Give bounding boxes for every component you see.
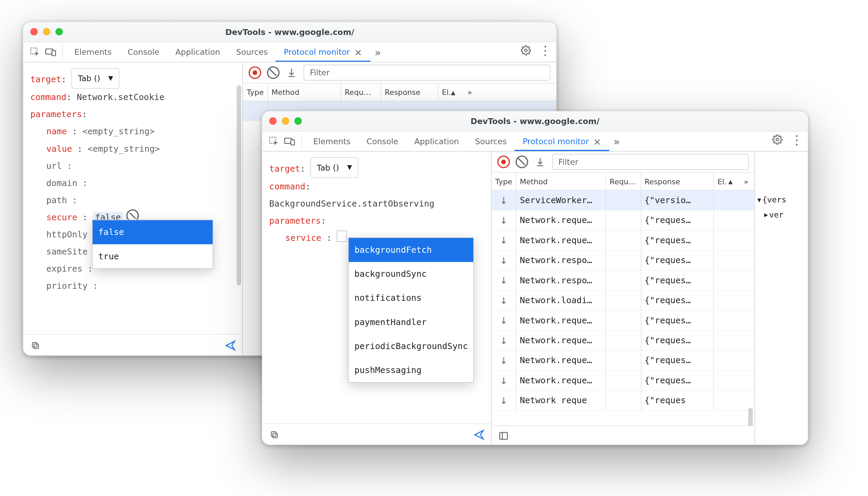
table-header[interactable]: Type Method Requ… Response El.▲ » bbox=[492, 173, 754, 190]
col-request[interactable]: Requ… bbox=[341, 84, 381, 101]
tab-application[interactable]: Application bbox=[167, 42, 228, 62]
tab-elements[interactable]: Elements bbox=[305, 132, 359, 151]
col-response[interactable]: Response bbox=[381, 84, 438, 101]
col-request[interactable]: Requ… bbox=[606, 173, 641, 190]
protocol-toolbar: Filter bbox=[492, 152, 754, 173]
log-rows[interactable]: ↓ServiceWorker…{"versio…↓Network.reque…{… bbox=[492, 190, 754, 425]
svg-point-9 bbox=[776, 138, 779, 141]
copy-icon[interactable] bbox=[29, 339, 42, 352]
command-editor[interactable]: target: Tab ()▼ command: Network.setCook… bbox=[23, 62, 242, 334]
tabs-overflow-icon[interactable]: » bbox=[609, 135, 624, 147]
autocomplete-item[interactable]: periodicBackgroundSync bbox=[349, 334, 473, 358]
minimize-icon[interactable] bbox=[43, 28, 50, 36]
copy-icon[interactable] bbox=[268, 429, 281, 441]
record-icon[interactable] bbox=[497, 156, 510, 168]
download-icon[interactable] bbox=[534, 156, 547, 168]
table-row[interactable]: ↓Network.reque…{"reques… bbox=[492, 351, 754, 371]
autocomplete-item[interactable]: backgroundFetch bbox=[349, 238, 473, 262]
tab-protocol-monitor[interactable]: Protocol monitor × bbox=[276, 42, 370, 62]
inspect-element-icon[interactable] bbox=[27, 44, 43, 60]
autocomplete-item[interactable]: pushMessaging bbox=[349, 358, 473, 382]
device-toolbar-icon[interactable] bbox=[43, 44, 59, 60]
command-editor[interactable]: target: Tab ()▼ command: BackgroundServi… bbox=[263, 152, 491, 423]
close-tab-icon[interactable]: × bbox=[355, 47, 362, 58]
cell-method: Network.respo… bbox=[516, 271, 606, 290]
gear-icon[interactable] bbox=[520, 44, 532, 57]
svg-rect-8 bbox=[291, 140, 295, 145]
table-row[interactable]: ↓Network.reque…{"reques… bbox=[492, 231, 754, 250]
autocomplete-popup[interactable]: false true bbox=[92, 220, 213, 269]
column-overflow-icon[interactable]: » bbox=[738, 173, 754, 190]
traffic-lights[interactable] bbox=[269, 117, 302, 125]
target-select[interactable]: Tab ()▼ bbox=[310, 157, 358, 178]
tab-console[interactable]: Console bbox=[119, 42, 167, 62]
maximize-icon[interactable] bbox=[294, 117, 302, 125]
send-command-button[interactable] bbox=[224, 339, 237, 352]
response-json-panel[interactable]: ▼{vers ▶ver bbox=[754, 152, 807, 445]
filter-input[interactable]: Filter bbox=[552, 154, 749, 170]
table-row[interactable]: ↓Network.loadi…{"reques… bbox=[492, 290, 754, 310]
col-elapsed[interactable]: El.▲ bbox=[714, 173, 738, 190]
col-type[interactable]: Type bbox=[243, 84, 268, 101]
clear-log-icon[interactable] bbox=[267, 66, 280, 79]
gear-icon[interactable] bbox=[771, 133, 784, 146]
clear-log-icon[interactable] bbox=[515, 156, 528, 168]
autocomplete-item[interactable]: backgroundSync bbox=[349, 262, 473, 286]
traffic-lights[interactable] bbox=[30, 28, 63, 36]
device-toolbar-icon[interactable] bbox=[282, 133, 298, 149]
col-type[interactable]: Type bbox=[492, 173, 516, 190]
inspect-element-icon[interactable] bbox=[266, 133, 282, 149]
autocomplete-item[interactable]: notifications bbox=[349, 286, 473, 310]
tab-console[interactable]: Console bbox=[359, 132, 407, 151]
autocomplete-item[interactable]: false bbox=[93, 220, 213, 244]
close-icon[interactable] bbox=[30, 28, 38, 36]
table-row[interactable]: ↓Network.reque…{"reques… bbox=[492, 331, 754, 350]
cell-method: Network.loadi… bbox=[516, 290, 606, 310]
tab-elements[interactable]: Elements bbox=[66, 42, 120, 62]
tabs-bar: Elements Console Application Sources Pro… bbox=[263, 132, 808, 151]
vertical-scrollbar[interactable] bbox=[748, 408, 753, 426]
minimize-icon[interactable] bbox=[282, 117, 289, 125]
table-row[interactable]: ↓Network.reque…{"reques… bbox=[492, 311, 754, 331]
incoming-icon: ↓ bbox=[500, 315, 507, 326]
col-elapsed[interactable]: El.▲ bbox=[438, 84, 461, 101]
column-overflow-icon[interactable]: » bbox=[461, 84, 478, 101]
tabs-overflow-icon[interactable]: » bbox=[370, 46, 385, 58]
autocomplete-item[interactable]: paymentHandler bbox=[349, 310, 473, 334]
more-vert-icon[interactable]: ⋮ bbox=[539, 44, 552, 57]
tab-application[interactable]: Application bbox=[406, 132, 467, 151]
col-response[interactable]: Response bbox=[641, 173, 714, 190]
close-icon[interactable] bbox=[269, 117, 277, 125]
table-row[interactable]: ↓Network.reque…{"reques… bbox=[492, 371, 754, 390]
send-command-button[interactable] bbox=[473, 429, 485, 441]
table-row[interactable]: ↓Network.respo…{"reques… bbox=[492, 271, 754, 290]
table-row[interactable]: ↓ServiceWorker…{"versio… bbox=[492, 190, 754, 210]
autocomplete-item[interactable]: true bbox=[93, 244, 213, 268]
col-method[interactable]: Method bbox=[268, 84, 341, 101]
svg-rect-4 bbox=[34, 344, 38, 348]
toggle-drawer-icon[interactable] bbox=[497, 430, 510, 442]
window-title: DevTools - www.google.com/ bbox=[225, 27, 354, 37]
autocomplete-popup[interactable]: backgroundFetch backgroundSync notificat… bbox=[348, 237, 474, 383]
table-row[interactable]: ↓Network reque{"reques bbox=[492, 391, 754, 411]
cell-method: Network.reque… bbox=[516, 331, 606, 350]
vertical-scrollbar[interactable] bbox=[237, 85, 241, 286]
table-row[interactable]: ↓Network.respo…{"reques… bbox=[492, 250, 754, 270]
maximize-icon[interactable] bbox=[55, 28, 63, 36]
service-value-input[interactable] bbox=[337, 231, 347, 242]
col-method[interactable]: Method bbox=[516, 173, 606, 190]
tab-sources[interactable]: Sources bbox=[228, 42, 276, 62]
download-icon[interactable] bbox=[285, 66, 298, 79]
close-tab-icon[interactable]: × bbox=[593, 136, 601, 147]
window-title: DevTools - www.google.com/ bbox=[471, 117, 600, 126]
record-icon[interactable] bbox=[248, 66, 261, 79]
target-select[interactable]: Tab ()▼ bbox=[72, 68, 119, 89]
filter-input[interactable]: Filter bbox=[304, 65, 550, 81]
table-header[interactable]: Type Method Requ… Response El.▲ » bbox=[243, 84, 556, 101]
cell-response: {"reques… bbox=[641, 290, 714, 310]
incoming-icon: ↓ bbox=[500, 335, 507, 346]
tab-protocol-monitor[interactable]: Protocol monitor × bbox=[515, 132, 609, 151]
more-vert-icon[interactable]: ⋮ bbox=[791, 133, 803, 146]
tab-sources[interactable]: Sources bbox=[467, 132, 515, 151]
table-row[interactable]: ↓Network.reque…{"reques… bbox=[492, 211, 754, 231]
